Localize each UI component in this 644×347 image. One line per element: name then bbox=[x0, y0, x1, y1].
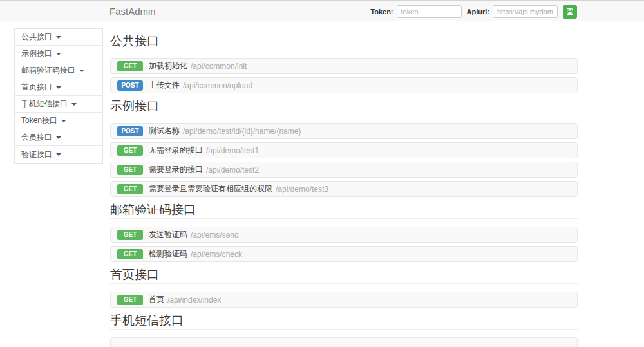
api-section: 首页接口 GET 首页 /api/index/index bbox=[110, 268, 578, 308]
api-section: 邮箱验证码接口 GET 发送验证码 /api/ems/send GET 检测验证… bbox=[110, 203, 578, 262]
sidebar-item-label: 邮箱验证码接口 bbox=[21, 65, 75, 76]
sidebar-item-label: 验证接口 bbox=[21, 149, 52, 160]
endpoint-list: GET 加载初始化 /api/common/init POST 上传文件 /ap… bbox=[110, 58, 578, 93]
method-badge: GET bbox=[117, 230, 143, 240]
sidebar-item[interactable]: 示例接口 bbox=[15, 46, 102, 62]
method-badge: GET bbox=[117, 61, 143, 71]
section-title: 手机短信接口 bbox=[110, 314, 578, 330]
caret-down-icon bbox=[56, 86, 61, 89]
sidebar-item-label: 手机短信接口 bbox=[21, 98, 68, 109]
endpoint-path: /api/index/index bbox=[167, 295, 221, 305]
endpoint-path: /api/ems/check bbox=[191, 250, 242, 259]
endpoint-name: 需要登录且需要验证有相应组的权限 bbox=[149, 183, 272, 194]
api-section: 示例接口 POST 测试名称 /api/demo/test/id/{id}/na… bbox=[110, 100, 578, 197]
endpoint-name: 上传文件 bbox=[149, 80, 180, 91]
endpoint-row[interactable]: GET 需要登录的接口 /api/demo/test2 bbox=[110, 162, 578, 178]
endpoint-name: 测试名称 bbox=[149, 126, 180, 136]
endpoint-row[interactable]: GET 首页 /api/index/index bbox=[110, 292, 578, 308]
section-title: 首页接口 bbox=[110, 268, 578, 284]
caret-down-icon bbox=[56, 36, 61, 39]
token-label: Token: bbox=[370, 8, 393, 15]
endpoint-path: /api/common/upload bbox=[183, 81, 252, 90]
method-badge: GET bbox=[117, 295, 143, 305]
caret-down-icon bbox=[56, 153, 61, 156]
endpoint-row[interactable]: GET 检测验证码 /api/ems/check bbox=[110, 246, 578, 262]
sidebar-item[interactable]: 公共接口 bbox=[15, 29, 102, 46]
api-section: 公共接口 GET 加载初始化 /api/common/init POST 上传文… bbox=[110, 35, 578, 93]
brand-link[interactable]: FastAdmin bbox=[109, 3, 156, 21]
sidebar-item[interactable]: 验证接口 bbox=[15, 146, 102, 163]
endpoint-name: 发送验证码 bbox=[149, 229, 187, 240]
endpoint-path: /api/common/init bbox=[191, 62, 247, 71]
endpoint-name: 需要登录的接口 bbox=[149, 164, 203, 175]
sidebar-item-label: 首页接口 bbox=[21, 82, 52, 93]
main-content: 公共接口 GET 加载初始化 /api/common/init POST 上传文… bbox=[110, 21, 578, 347]
apiurl-input[interactable] bbox=[493, 5, 558, 18]
caret-down-icon bbox=[79, 70, 84, 72]
endpoint-row[interactable]: GET 无需登录的接口 /api/demo/test1 bbox=[110, 142, 578, 158]
endpoint-row[interactable]: GET 加载初始化 /api/common/init bbox=[110, 58, 578, 74]
section-title: 示例接口 bbox=[110, 100, 578, 115]
sidebar-item-label: 示例接口 bbox=[21, 48, 52, 59]
section-title: 公共接口 bbox=[110, 35, 578, 50]
method-badge: GET bbox=[117, 145, 143, 156]
token-input[interactable] bbox=[397, 5, 462, 18]
sidebar-item-label: 会员接口 bbox=[21, 132, 52, 143]
caret-down-icon bbox=[56, 53, 61, 55]
save-button[interactable] bbox=[563, 5, 577, 19]
method-badge: POST bbox=[117, 80, 143, 91]
method-badge: GET bbox=[117, 184, 143, 194]
method-badge: POST bbox=[117, 126, 143, 136]
sidebar-item[interactable]: 手机短信接口 bbox=[15, 96, 102, 113]
api-section: 手机短信接口 bbox=[110, 314, 578, 347]
endpoint-name: 无需登录的接口 bbox=[149, 145, 203, 156]
endpoint-name: 加载初始化 bbox=[149, 61, 187, 71]
caret-down-icon bbox=[61, 120, 66, 122]
sidebar-item-label: Token接口 bbox=[21, 115, 57, 126]
endpoint-row[interactable]: POST 测试名称 /api/demo/test/id/{id}/name/{n… bbox=[110, 123, 578, 139]
endpoint-path: /api/ems/send bbox=[191, 230, 239, 239]
sidebar-item[interactable]: 会员接口 bbox=[15, 129, 102, 146]
floppy-disk-icon bbox=[566, 8, 574, 15]
endpoint-path: /api/demo/test3 bbox=[276, 185, 328, 194]
method-badge: GET bbox=[117, 165, 143, 175]
section-title: 邮箱验证码接口 bbox=[110, 203, 578, 219]
endpoint-name: 检测验证码 bbox=[149, 249, 187, 259]
endpoint-list: GET 发送验证码 /api/ems/send GET 检测验证码 /api/e… bbox=[110, 227, 578, 262]
endpoint-list: GET 首页 /api/index/index bbox=[110, 292, 578, 308]
endpoint-list bbox=[110, 337, 578, 347]
endpoint-path: /api/demo/test/id/{id}/name/{name} bbox=[183, 127, 301, 136]
endpoint-path: /api/demo/test2 bbox=[206, 165, 259, 174]
method-badge: GET bbox=[117, 249, 143, 259]
sidebar-item[interactable]: 首页接口 bbox=[15, 79, 102, 96]
endpoint-row[interactable]: GET 需要登录且需要验证有相应组的权限 /api/demo/test3 bbox=[110, 181, 578, 197]
endpoint-row[interactable] bbox=[110, 337, 578, 347]
caret-down-icon bbox=[56, 136, 61, 139]
sidebar-item[interactable]: 邮箱验证码接口 bbox=[15, 62, 102, 79]
sidebar-item-label: 公共接口 bbox=[21, 32, 52, 42]
endpoint-path: /api/demo/test1 bbox=[206, 146, 259, 155]
apiurl-label: Apiurl: bbox=[467, 8, 489, 15]
sidebar-item[interactable]: Token接口 bbox=[15, 113, 102, 129]
endpoint-row[interactable]: POST 上传文件 /api/common/upload bbox=[110, 77, 578, 93]
caret-down-icon bbox=[71, 103, 77, 106]
endpoint-list: POST 测试名称 /api/demo/test/id/{id}/name/{n… bbox=[110, 123, 578, 197]
endpoint-name: 首页 bbox=[149, 294, 164, 305]
api-config-form: Token: Apiurl: bbox=[370, 3, 577, 21]
endpoint-row[interactable]: GET 发送验证码 /api/ems/send bbox=[110, 227, 578, 243]
sidebar: 公共接口 示例接口 邮箱验证码接口 首页接口 手机短信接口 Token接口 会员… bbox=[14, 28, 103, 164]
top-navbar: FastAdmin Token: Apiurl: bbox=[0, 0, 644, 21]
